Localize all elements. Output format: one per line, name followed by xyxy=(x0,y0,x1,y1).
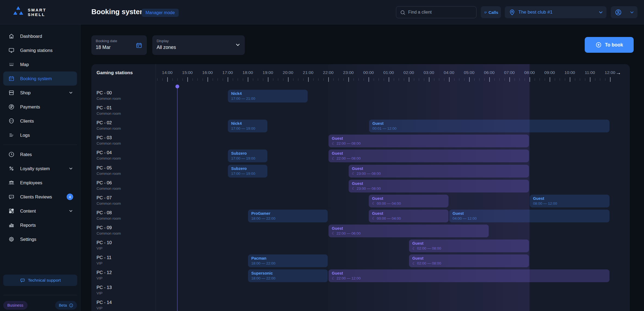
sidebar-item-employees[interactable]: Employees xyxy=(3,176,77,190)
moon-icon: ☾ xyxy=(372,201,376,205)
booking-block[interactable]: Guest☾23:00 — 08:00 xyxy=(349,180,529,192)
sidebar-item-dashboard[interactable]: Dashboard xyxy=(3,29,77,43)
booking-date-picker[interactable]: Booking date 18 Mar xyxy=(91,35,147,55)
sidebar-item-gaming-stations[interactable]: Gaming stations xyxy=(3,43,77,57)
booking-block[interactable]: Guest☾22:00 — 08:00 xyxy=(329,135,529,147)
calendar-icon xyxy=(8,75,15,82)
sidebar-item-shop[interactable]: Shop xyxy=(3,86,77,100)
quarter-tick xyxy=(313,78,314,81)
moon-icon: ☾ xyxy=(412,247,416,250)
booking-block[interactable]: Guest04:00 — 12:00 xyxy=(449,210,609,222)
scroll-right-arrow-icon[interactable]: → xyxy=(616,70,621,76)
booking-block[interactable]: Subzero17:00 — 19:00 xyxy=(228,150,267,162)
search-input[interactable] xyxy=(408,7,473,18)
sidebar-item-reports[interactable]: Reports xyxy=(3,218,77,232)
booking-time-range: ☾00:00 — 04:00 xyxy=(372,216,448,220)
sidebar-item-clients[interactable]: Clients xyxy=(3,114,77,128)
quarter-tick xyxy=(162,78,163,81)
hour-label: 15:00 xyxy=(182,70,193,75)
booking-time-text: 00:00 — 04:00 xyxy=(377,216,401,220)
quarter-tick xyxy=(283,78,283,81)
sidebar: Dashboard Gaming stations Map Booking sy… xyxy=(0,24,81,311)
business-badge[interactable]: Business xyxy=(3,301,27,310)
booking-block[interactable]: Guest☾00:00 — 04:00 xyxy=(369,210,448,222)
booking-block[interactable]: Nick417:00 — 19:00 xyxy=(228,120,267,132)
station-zone: VIP xyxy=(97,276,112,280)
sidebar-item-content[interactable]: Content xyxy=(3,204,77,218)
reviews-count-badge: 4 xyxy=(67,194,73,200)
station-row: PC - 01Common room xyxy=(97,105,121,116)
club-selector[interactable]: The best club #1 xyxy=(505,6,606,18)
booking-time-text: 02:00 — 08:00 xyxy=(417,261,441,265)
manager-mode-badge: Manager mode xyxy=(142,9,179,17)
booking-time-text: 18:00 — 22:00 xyxy=(251,276,275,280)
sidebar-item-label: Settings xyxy=(20,237,77,242)
sidebar-divider xyxy=(3,145,77,145)
quarter-tick xyxy=(253,78,253,81)
booking-time-range: 04:00 — 12:00 xyxy=(453,216,609,220)
display-zone-select[interactable]: Display All zones xyxy=(152,35,245,55)
hour-tick xyxy=(328,77,329,82)
beta-badge[interactable]: Beta xyxy=(55,301,77,310)
bar-chart-icon xyxy=(8,222,15,228)
current-time-dot xyxy=(175,85,179,88)
client-search[interactable] xyxy=(396,6,476,18)
booking-block[interactable]: Guest☾22:00 — 06:00 xyxy=(329,225,489,237)
gear-icon xyxy=(8,236,15,242)
hour-label: 05:00 xyxy=(464,70,475,75)
sidebar-item-map[interactable]: Map xyxy=(3,57,77,71)
moon-icon: ☾ xyxy=(412,262,416,265)
booking-block[interactable]: Supersonic18:00 — 22:00 xyxy=(248,269,328,282)
quarter-tick xyxy=(519,78,520,81)
booking-block[interactable]: Guest08:00 — 12:00 xyxy=(530,195,609,207)
booking-block[interactable]: Guest☾22:00 — 08:00 xyxy=(329,150,529,162)
moon-icon: ☾ xyxy=(372,216,376,220)
sidebar-item-payments[interactable]: Payments xyxy=(3,100,77,114)
booking-block[interactable]: ProGamer18:00 — 22:00 xyxy=(248,210,328,222)
page-title: Booking system xyxy=(91,8,146,16)
sidebar-item-clients-reviews[interactable]: Clients Reviews 4 xyxy=(3,190,77,204)
booking-time-text: 17:00 — 19:00 xyxy=(231,156,255,160)
quarter-tick xyxy=(343,78,344,81)
booking-client-name: Pacman xyxy=(251,256,328,260)
map-grid-icon xyxy=(8,61,15,68)
booking-client-name: Guest xyxy=(332,271,609,275)
booking-block[interactable]: Guest00:01 — 12:00 xyxy=(369,120,609,132)
hour-label: 20:00 xyxy=(283,70,293,75)
club-name: The best club #1 xyxy=(518,10,599,15)
to-book-button[interactable]: To book xyxy=(585,37,634,53)
calls-icon xyxy=(484,9,487,15)
booking-block[interactable]: Guest☾22:00 — 12:00 xyxy=(329,269,609,282)
booking-block[interactable]: Subzero17:00 — 19:00 xyxy=(228,165,267,178)
sidebar-item-loyalty-system[interactable]: Loyalty system xyxy=(3,161,77,176)
booking-timeline-panel: Gaming stations 14:0015:0016:0017:0018:0… xyxy=(91,64,630,311)
sidebar-item-settings[interactable]: Settings xyxy=(3,232,77,246)
booking-block[interactable]: Pacman18:00 — 22:00 xyxy=(248,254,328,267)
sidebar-item-logs[interactable]: Logs xyxy=(3,128,77,142)
user-menu[interactable] xyxy=(611,6,637,18)
station-name: PC - 05 xyxy=(97,165,121,170)
booking-block[interactable]: Guest☾00:00 — 04:00 xyxy=(369,195,448,207)
plus-circle-icon xyxy=(595,42,602,48)
booking-client-name: Subzero xyxy=(231,151,267,156)
booking-block[interactable]: Guest☾02:00 — 08:00 xyxy=(409,240,529,252)
station-row: PC - 02Common room xyxy=(97,120,121,130)
people-icon xyxy=(8,179,15,186)
booking-block[interactable]: Guest☾23:00 — 08:00 xyxy=(349,165,529,178)
booking-time-range: 17:00 — 19:00 xyxy=(231,172,267,176)
hour-label: 12:00 xyxy=(605,70,615,75)
booking-client-name: Guest xyxy=(332,226,489,231)
hour-label: 17:00 xyxy=(222,70,233,75)
quarter-tick xyxy=(560,78,560,81)
booking-block[interactable]: Nick417:00 — 21:00 xyxy=(228,90,308,102)
sidebar-item-rates[interactable]: Rates xyxy=(3,147,77,161)
booking-block[interactable]: Guest☾02:00 — 08:00 xyxy=(409,254,529,267)
booking-time-range: ☾02:00 — 08:00 xyxy=(412,261,529,265)
sidebar-item-label: Logs xyxy=(20,133,77,138)
calls-button[interactable]: Calls xyxy=(481,6,501,18)
sidebar-item-booking-system[interactable]: Booking system xyxy=(3,71,77,86)
hour-label: 01:00 xyxy=(383,70,394,75)
booking-time-range: ☾22:00 — 06:00 xyxy=(332,231,489,235)
technical-support-button[interactable]: Technical support xyxy=(3,275,77,286)
quarter-tick xyxy=(358,78,359,81)
